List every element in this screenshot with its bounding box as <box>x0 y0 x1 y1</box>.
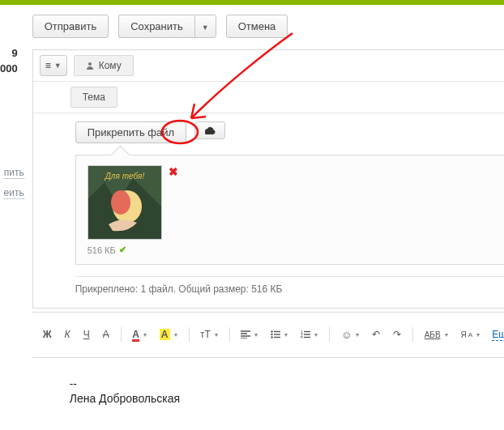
remove-attachment-button[interactable]: ✖ <box>169 165 178 178</box>
main-toolbar: Отправить Сохранить ▼ Отмена <box>21 5 504 46</box>
align-button[interactable] <box>237 328 262 341</box>
save-button-group: Сохранить ▼ <box>118 15 216 38</box>
svg-point-4 <box>111 190 130 215</box>
spacer <box>33 82 70 113</box>
italic-button[interactable]: К <box>61 326 75 343</box>
underline-button[interactable]: Ч <box>79 326 94 343</box>
signature-dash: -- <box>70 377 504 390</box>
chevron-down-icon: ▼ <box>54 62 62 70</box>
text-color-button[interactable]: А <box>128 326 151 343</box>
sidebar-number-1: 9 <box>0 47 18 59</box>
svg-point-7 <box>271 336 273 338</box>
chevron-down-icon: ▼ <box>202 23 209 32</box>
check-icon: ✔ <box>119 245 126 255</box>
undo-button[interactable]: ↶ <box>368 326 384 343</box>
compose-panel: ≡ ▼ Кому Тема Прикрепить файл <box>32 49 504 309</box>
svg-point-6 <box>271 334 273 335</box>
subject-input[interactable] <box>124 82 504 113</box>
attach-file-button[interactable]: Прикрепить файл <box>75 121 186 143</box>
hamburger-icon: ≡ <box>45 60 51 71</box>
separator <box>229 327 230 342</box>
thumbnail-image: Для тебя! <box>88 166 161 239</box>
highlight-button[interactable]: А <box>156 326 182 343</box>
attachments-summary: Прикреплено: 1 файл. Общий размер: 516 К… <box>75 276 504 301</box>
svg-point-0 <box>88 62 92 66</box>
attachment-item: Для тебя! ✖ 516 КБ ✔ <box>88 165 162 255</box>
bold-button[interactable]: Ж <box>39 326 56 343</box>
translit-button[interactable]: ЯА <box>457 328 485 342</box>
signature-name: Лена Добровольская <box>70 392 504 405</box>
svg-point-5 <box>271 330 273 332</box>
message-body[interactable]: -- Лена Добровольская <box>21 358 504 431</box>
attachments-container: Для тебя! ✖ 516 КБ ✔ <box>75 155 504 265</box>
to-input[interactable] <box>140 50 504 81</box>
spellcheck-button[interactable]: АБВ <box>421 328 452 342</box>
separator <box>329 327 330 342</box>
sidebar-number-2: 000 <box>0 62 18 75</box>
numbered-list-button[interactable]: 123 <box>297 328 322 341</box>
attachment-thumbnail[interactable]: Для тебя! <box>88 165 162 240</box>
font-size-button[interactable]: тТ <box>196 326 222 343</box>
separator <box>121 327 122 342</box>
cancel-button[interactable]: Отмена <box>226 15 288 38</box>
separator <box>412 327 413 342</box>
editor-toolbar: Ж К Ч А А А тТ 123 ☺ ↶ ↷ АБВ ЯА <box>32 312 504 358</box>
bullet-list-button[interactable] <box>267 328 292 341</box>
save-dropdown-button[interactable]: ▼ <box>194 15 216 38</box>
left-sidebar: 9 000 пить еить <box>0 5 21 430</box>
cloud-icon <box>203 126 216 134</box>
save-button[interactable]: Сохранить <box>118 15 194 38</box>
more-button[interactable]: Еще <box>492 329 504 341</box>
separator <box>189 327 190 342</box>
strike-button[interactable]: А <box>99 326 113 343</box>
person-icon <box>86 62 94 70</box>
redo-button[interactable]: ↷ <box>389 326 405 343</box>
align-icon <box>241 330 250 338</box>
numbered-list-icon: 123 <box>301 330 310 338</box>
to-field-label[interactable]: Кому <box>74 55 134 76</box>
emoji-button[interactable]: ☺ <box>337 326 363 343</box>
options-button[interactable]: ≡ ▼ <box>40 55 67 76</box>
send-button[interactable]: Отправить <box>32 15 109 38</box>
attachment-size: 516 КБ ✔ <box>88 245 162 255</box>
subject-field-label[interactable]: Тема <box>70 87 117 108</box>
svg-text:3: 3 <box>301 336 303 338</box>
list-icon <box>271 330 280 338</box>
svg-text:Для тебя!: Для тебя! <box>105 172 145 181</box>
attach-cloud-button[interactable] <box>194 121 225 139</box>
